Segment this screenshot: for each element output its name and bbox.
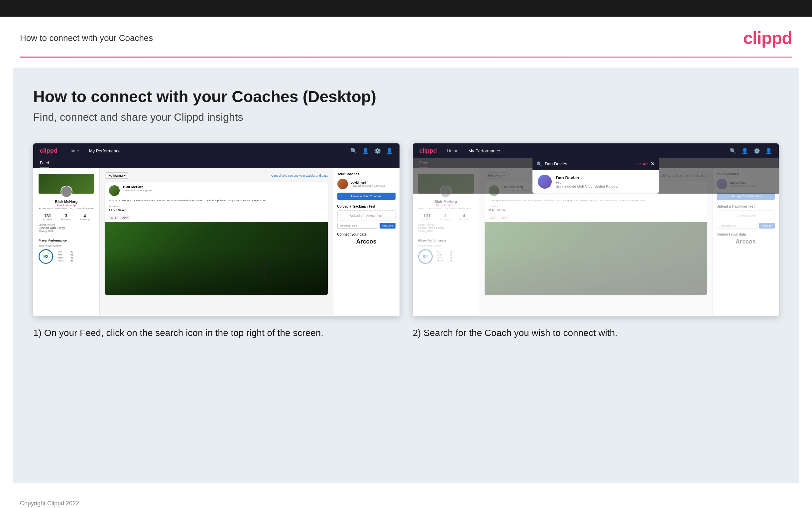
coach-item-1: David Ford Royal North Devon Golf Club xyxy=(337,179,395,189)
golfer-svg-1 xyxy=(258,258,272,288)
svg-line-4 xyxy=(262,277,265,285)
app-logo-1: clippd xyxy=(40,147,57,154)
svg-point-0 xyxy=(263,259,268,263)
clippd-logo: clippd xyxy=(743,28,792,48)
center-feed-1: Following ▾ Control who can see your act… xyxy=(100,168,333,315)
stat-following-1: 4 Following xyxy=(80,213,90,220)
step-1-label: 1) On your Feed, click on the search ico… xyxy=(33,326,399,339)
add-link-btn-2[interactable]: Add Link xyxy=(759,223,775,228)
nav-icons-2: 🔍 👤 ⚙️ 👤 xyxy=(729,148,772,154)
feed-tab-1: Feed xyxy=(33,158,399,168)
header: How to connect with your Coaches clippd xyxy=(0,17,812,50)
profile-handicap-1: Plus Handicap xyxy=(39,204,94,207)
svg-line-5 xyxy=(265,277,268,285)
nav-home-1[interactable]: Home xyxy=(67,149,79,153)
main-content: How to connect with your Coaches (Deskto… xyxy=(13,68,799,483)
trackman-box-1: Upload a Trackman Test xyxy=(337,210,395,221)
trackman-section-2: Upload a Trackman Test Trackman Link Add… xyxy=(717,205,775,228)
latest-activity-2: Latest Activity Lesson with Fordy 03 Aug… xyxy=(418,223,474,232)
profile-club-2: Royal North Devon Golf Club, United King… xyxy=(418,207,474,210)
trackman-input-row-1: Add Link xyxy=(337,223,395,228)
header-divider xyxy=(20,56,792,57)
search-modal-icon: 🔍 xyxy=(536,161,542,167)
bar-app: APP 85 xyxy=(58,254,73,256)
left-panel-1: Blair McHarg Plus Handicap Royal North D… xyxy=(33,168,100,315)
screenshot-1-frame: clippd Home My Performance 🔍 👤 ⚙️ 👤 Feed xyxy=(33,143,399,316)
svg-line-10 xyxy=(641,277,645,285)
latest-activity-1: Latest Activity Lesson with Fordy 03 Aug… xyxy=(39,223,94,232)
right-panel-1: Your Coaches David Ford Royal North Devo… xyxy=(333,168,399,315)
main-heading: How to connect with your Coaches (Deskto… xyxy=(33,87,779,106)
perf-section-1: Player Performance Total Player Quality … xyxy=(39,236,94,264)
nav-performance-1[interactable]: My Performance xyxy=(89,149,121,153)
search-result-1[interactable]: Dan Davies ✓ Pro Sunningdale Golf Club, … xyxy=(532,170,659,194)
settings-icon-2[interactable]: ⚙️ xyxy=(754,148,760,154)
screenshots-row: clippd Home My Performance 🔍 👤 ⚙️ 👤 Feed xyxy=(33,143,779,339)
following-row-1: Following ▾ Control who can see your act… xyxy=(105,172,328,179)
search-clear-btn[interactable]: CLEAR xyxy=(636,162,648,166)
post-duration-1: Duration xyxy=(105,205,328,208)
post-text-1: Looking to feel like my hands are exitin… xyxy=(105,199,328,205)
add-link-btn-1[interactable]: Add Link xyxy=(380,223,395,228)
nav-icons-1: 🔍 👤 ⚙️ 👤 xyxy=(350,148,393,154)
stats-row-1: 131 Activities 3 Followers 4 Following xyxy=(39,213,94,220)
search-bar: 🔍 CLEAR ✕ xyxy=(532,158,659,170)
control-link-1[interactable]: Control who can see your activity and da… xyxy=(271,174,328,177)
result-role-1: Pro xyxy=(556,180,620,184)
search-close-btn[interactable]: ✕ xyxy=(651,161,655,167)
bar-putt: PUTT 96 xyxy=(58,259,73,262)
bar-ott: OTT 90 xyxy=(58,251,73,253)
feed-tab-label-1[interactable]: Feed xyxy=(40,158,49,168)
svg-point-6 xyxy=(642,259,647,263)
stat-activities-1: 131 Activities xyxy=(43,213,52,220)
trackman-section-1: Upload a Trackman Test Upload a Trackman… xyxy=(337,205,395,228)
search-modal: 🔍 CLEAR ✕ Dan Davies ✓ xyxy=(532,158,659,194)
tag-app-1: APP xyxy=(120,216,130,220)
bar-arg: ARG 86 xyxy=(58,256,73,259)
svg-line-3 xyxy=(265,265,270,268)
search-icon-2[interactable]: 🔍 xyxy=(729,148,736,154)
profile-name-2: Blair McHarg xyxy=(418,200,474,204)
app-nav-1: clippd Home My Performance 🔍 👤 ⚙️ 👤 xyxy=(33,143,399,158)
arccos-logo-1: Arccos xyxy=(337,238,395,245)
post-image-1 xyxy=(105,222,328,295)
stats-row-2: 131 Activities 3 Followers 4 Following xyxy=(418,213,474,220)
profile-handicap-2: Plus Handicap xyxy=(418,204,474,207)
verified-icon-1: ✓ xyxy=(580,175,584,180)
avatar-icon-1[interactable]: 👤 xyxy=(386,148,393,154)
post-header-1: Blair McHarg Yesterday · Sunningdale xyxy=(105,182,328,199)
screenshot-2-col: clippd Home My Performance 🔍 👤 ⚙️ 👤 🔍 xyxy=(413,143,779,339)
result-name-1: Dan Davies xyxy=(556,175,579,180)
coaches-title-1: Your Coaches xyxy=(337,172,395,176)
app-logo-2: clippd xyxy=(420,147,437,154)
top-bar xyxy=(0,0,812,17)
screenshot-2-frame: clippd Home My Performance 🔍 👤 ⚙️ 👤 🔍 xyxy=(413,143,779,316)
avatar-icon-2[interactable]: 👤 xyxy=(765,148,772,154)
tag-ott-1: OTT xyxy=(109,216,118,220)
manage-coaches-btn-1[interactable]: Manage Your Coaches xyxy=(337,193,395,200)
person-icon-1[interactable]: 👤 xyxy=(362,148,369,154)
nav-home-2[interactable]: Home xyxy=(447,149,459,153)
trackman-title-1: Upload a Trackman Test xyxy=(337,205,395,208)
post-duration-val-1: 01 hr : 30 min xyxy=(105,208,328,214)
profile-avatar-1 xyxy=(60,186,73,198)
screenshot-1-col: clippd Home My Performance 🔍 👤 ⚙️ 👤 Feed xyxy=(33,143,399,339)
nav-performance-2[interactable]: My Performance xyxy=(468,149,500,153)
coach-avatar-1 xyxy=(337,179,348,189)
manage-coaches-btn-2[interactable]: Manage Your Coaches xyxy=(717,193,775,200)
settings-icon-1[interactable]: ⚙️ xyxy=(374,148,381,154)
search-icon-1[interactable]: 🔍 xyxy=(350,148,357,154)
search-overlay: 🔍 CLEAR ✕ Dan Davies ✓ xyxy=(413,158,779,194)
person-icon-2[interactable]: 👤 xyxy=(742,148,748,154)
trackman-input-2[interactable] xyxy=(717,223,758,228)
trackman-input-1[interactable] xyxy=(337,223,379,228)
profile-club-1: Royal North Devon Golf Club, United King… xyxy=(39,207,94,210)
following-button-1[interactable]: Following ▾ xyxy=(105,172,129,179)
copyright: Copyright Clippd 2022 xyxy=(20,500,79,507)
post-card-2: Blair McHarg Yesterday · Sunningdale Loo… xyxy=(485,182,707,295)
profile-cover-1 xyxy=(39,174,94,194)
main-subheading: Find, connect and share your Clippd insi… xyxy=(33,111,779,123)
coach-club-1: Royal North Devon Golf Club xyxy=(351,184,385,187)
app-body-1: Blair McHarg Plus Handicap Royal North D… xyxy=(33,168,399,315)
search-input[interactable] xyxy=(545,161,633,166)
